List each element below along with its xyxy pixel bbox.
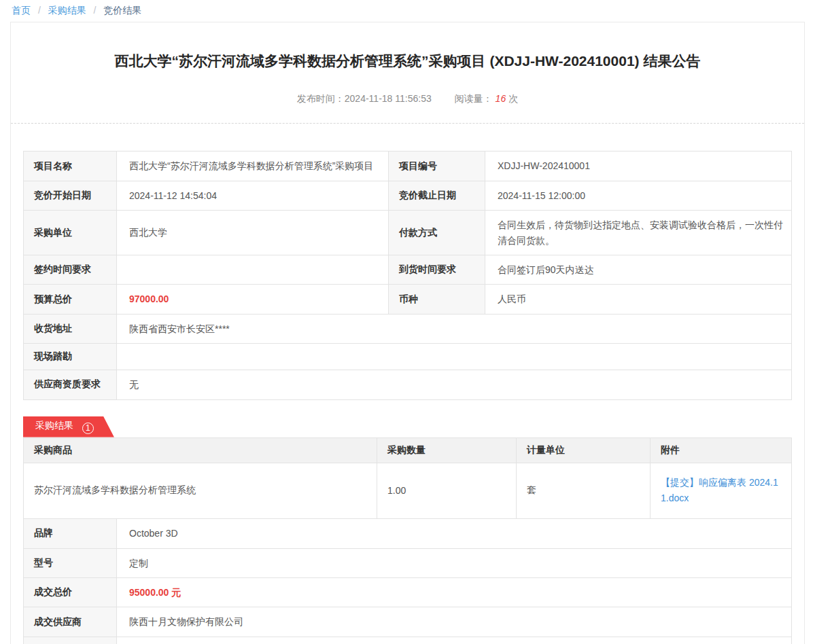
- breadcrumb-home-link[interactable]: 首页: [12, 5, 31, 16]
- purchaser-value: 西北大学: [117, 211, 389, 255]
- site-survey-label: 现场踏勘: [24, 344, 117, 370]
- breadcrumb: 首页 / 采购结果 / 竞价结果: [0, 0, 815, 22]
- project-number-value: XDJJ-HW-202410001: [485, 151, 792, 181]
- product-name-cell: 苏尔汗河流域多学科数据分析管理系统: [24, 463, 377, 519]
- publish-meta-line: 发布时间：2024-11-18 11:56:53 阅读量：16次: [52, 93, 763, 123]
- bid-start-value: 2024-11-12 14:54:04: [117, 181, 389, 210]
- unit-column-header: 计量单位: [517, 437, 651, 463]
- attachment-column-header: 附件: [651, 437, 792, 463]
- project-name-value: 西北大学“苏尔汗河流域多学科数据分析管理系统”采购项目: [117, 151, 389, 181]
- table-row: 质保及售后服务 质保期：验收合格后12月。响应时效：即时响应（包括电话响应）；电…: [24, 637, 792, 644]
- result-product-table: 采购商品 采购数量 计量单位 附件 苏尔汗河流域多学科数据分析管理系统 1.00…: [23, 437, 792, 520]
- table-row: 签约时间要求 到货时间要求 合同签订后90天内送达: [24, 255, 792, 285]
- table-row: 成交总价 95000.00 元: [24, 577, 792, 607]
- warranty-service-value: 质保期：验收合格后12月。响应时效：即时响应（包括电话响应）；电话响应无法解决2…: [117, 637, 792, 644]
- product-row: 苏尔汗河流域多学科数据分析管理系统 1.00 套 【提交】响应偏离表 2024.…: [24, 463, 792, 519]
- product-unit-cell: 套: [517, 463, 651, 519]
- winning-supplier-label: 成交供应商: [24, 607, 117, 637]
- site-survey-value: [117, 344, 792, 370]
- views-unit: 次: [508, 93, 518, 104]
- table-row: 品牌 October 3D: [24, 519, 792, 548]
- procurement-result-tab: 采购结果 1: [23, 416, 114, 437]
- result-table-header-row: 采购商品 采购数量 计量单位 附件: [24, 437, 792, 463]
- breadcrumb-procurement-results-link[interactable]: 采购结果: [48, 5, 86, 16]
- supplier-qualification-value: 无: [117, 370, 792, 399]
- budget-total-value: 97000.00: [117, 285, 389, 314]
- winning-supplier-value: 陕西十月文物保护有限公司: [117, 607, 792, 637]
- model-value: 定制: [117, 548, 792, 577]
- announcement-header: 西北大学“苏尔汗河流域多学科数据分析管理系统”采购项目 (XDJJ-HW-202…: [11, 22, 804, 123]
- publish-time-value: 2024-11-18 11:56:53: [345, 93, 432, 104]
- result-count-badge: 1: [82, 423, 94, 434]
- purchaser-label: 采购单位: [24, 211, 117, 255]
- table-row: 型号 定制: [24, 548, 792, 577]
- model-label: 型号: [24, 548, 117, 577]
- views-count: 16: [496, 93, 506, 104]
- table-row: 成交供应商 陕西十月文物保护有限公司: [24, 607, 792, 637]
- page-title: 西北大学“苏尔汗河流域多学科数据分析管理系统”采购项目 (XDJJ-HW-202…: [52, 51, 763, 71]
- currency-value: 人民币: [485, 285, 792, 314]
- table-row: 收货地址 陕西省西安市长安区****: [24, 314, 792, 343]
- attachment-download-link[interactable]: 【提交】响应偏离表 2024.11.docx: [661, 475, 783, 507]
- table-row: 供应商资质要求 无: [24, 370, 792, 399]
- payment-method-label: 付款方式: [389, 211, 485, 255]
- project-info-table: 项目名称 西北大学“苏尔汗河流域多学科数据分析管理系统”采购项目 项目编号 XD…: [23, 151, 792, 399]
- breadcrumb-current-bidding-results: 竞价结果: [103, 5, 141, 16]
- result-detail-table: 品牌 October 3D 型号 定制 成交总价 95000.00 元 成交供应…: [23, 518, 792, 644]
- delivery-address-label: 收货地址: [24, 314, 117, 343]
- brand-value: October 3D: [117, 519, 792, 548]
- deal-total-price-value: 95000.00 元: [117, 577, 792, 607]
- brand-label: 品牌: [24, 519, 117, 548]
- deal-total-price-label: 成交总价: [24, 577, 117, 607]
- product-column-header: 采购商品: [24, 437, 377, 463]
- supplier-qualification-label: 供应商资质要求: [24, 370, 117, 399]
- bid-deadline-label: 竞价截止日期: [389, 181, 485, 210]
- table-row: 预算总价 97000.00 币种 人民币: [24, 285, 792, 314]
- quantity-column-header: 采购数量: [377, 437, 517, 463]
- signing-time-value: [117, 255, 389, 285]
- breadcrumb-separator: /: [38, 5, 41, 16]
- bid-start-label: 竞价开始日期: [24, 181, 117, 210]
- table-row: 现场踏勘: [24, 344, 792, 370]
- warranty-service-label: 质保及售后服务: [24, 637, 117, 644]
- project-name-label: 项目名称: [24, 151, 117, 181]
- publish-time-label: 发布时间：: [297, 93, 345, 104]
- payment-method-value: 合同生效后，待货物到达指定地点、安装调试验收合格后，一次性付清合同货款。: [485, 211, 792, 255]
- announcement-card: 西北大学“苏尔汗河流域多学科数据分析管理系统”采购项目 (XDJJ-HW-202…: [10, 22, 805, 644]
- announcement-body: 项目名称 西北大学“苏尔汗河流域多学科数据分析管理系统”采购项目 项目编号 XD…: [11, 124, 804, 644]
- bid-deadline-value: 2024-11-15 12:00:00: [485, 181, 792, 210]
- delivery-time-value: 合同签订后90天内送达: [485, 255, 792, 285]
- signing-time-label: 签约时间要求: [24, 255, 117, 285]
- currency-label: 币种: [389, 285, 485, 314]
- product-quantity-cell: 1.00: [377, 463, 517, 519]
- breadcrumb-separator: /: [94, 5, 97, 16]
- table-row: 项目名称 西北大学“苏尔汗河流域多学科数据分析管理系统”采购项目 项目编号 XD…: [24, 151, 792, 181]
- result-tab-label: 采购结果: [35, 420, 73, 431]
- budget-total-label: 预算总价: [24, 285, 117, 314]
- delivery-time-label: 到货时间要求: [389, 255, 485, 285]
- table-row: 竞价开始日期 2024-11-12 14:54:04 竞价截止日期 2024-1…: [24, 181, 792, 210]
- project-number-label: 项目编号: [389, 151, 485, 181]
- result-tab-wrap: 采购结果 1: [23, 416, 792, 437]
- table-row: 采购单位 西北大学 付款方式 合同生效后，待货物到达指定地点、安装调试验收合格后…: [24, 211, 792, 255]
- delivery-address-value: 陕西省西安市长安区****: [117, 314, 792, 343]
- views-label: 阅读量：: [455, 93, 493, 104]
